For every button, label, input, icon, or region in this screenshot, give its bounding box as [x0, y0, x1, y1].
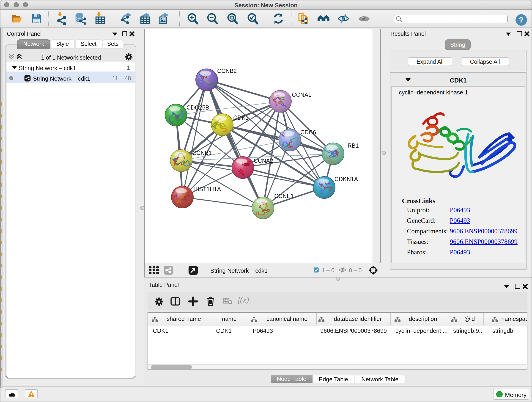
- svg-text:CCNE1: CCNE1: [274, 192, 294, 199]
- svg-text:CDK1: CDK1: [233, 114, 249, 121]
- svg-text:CCNA1: CCNA1: [292, 91, 311, 98]
- svg-text:CDKN1A: CDKN1A: [335, 176, 358, 182]
- svg-text:CDC6: CDC6: [300, 129, 316, 135]
- svg-text:RB1: RB1: [348, 142, 359, 148]
- svg-text:CCNB2: CCNB2: [217, 67, 237, 74]
- svg-text:HIST1H1A: HIST1H1A: [193, 186, 221, 192]
- svg-text:CDC25B: CDC25B: [186, 104, 209, 110]
- svg-text:CCNB1: CCNB1: [192, 149, 212, 156]
- svg-text:CCNA2: CCNA2: [254, 157, 273, 164]
